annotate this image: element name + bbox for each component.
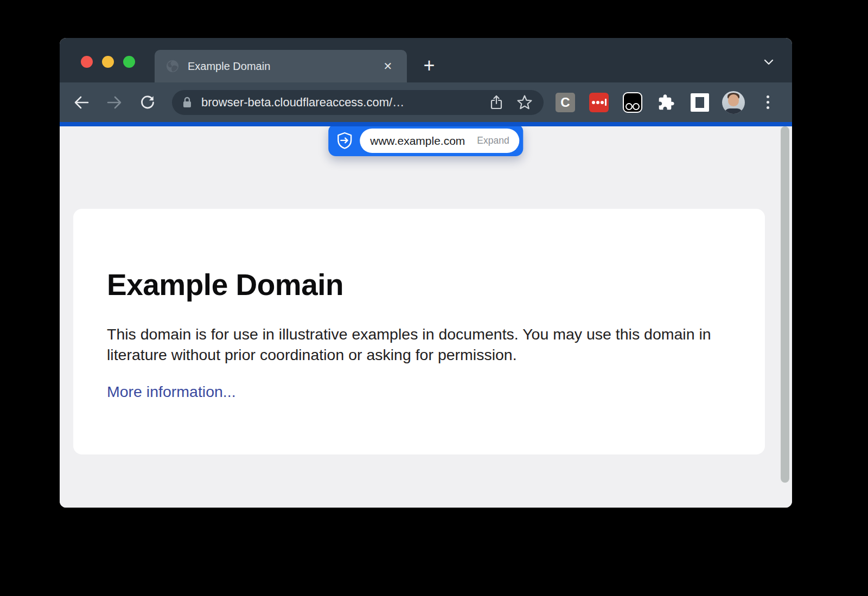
isolation-domain-pill[interactable]: www.example.com Expand xyxy=(328,126,523,156)
expand-button[interactable]: Expand xyxy=(477,135,509,146)
browser-menu-icon[interactable] xyxy=(758,93,777,112)
tab-search-chevron-icon[interactable] xyxy=(762,56,776,67)
goggles-extension-icon[interactable] xyxy=(623,93,642,112)
share-icon[interactable] xyxy=(487,93,506,112)
lock-icon xyxy=(182,96,193,109)
url-text[interactable]: browser-beta.cloudflareaccess.com/… xyxy=(201,95,487,110)
profile-avatar[interactable] xyxy=(722,91,745,114)
window-controls xyxy=(81,56,135,68)
tab-close-icon[interactable]: ✕ xyxy=(380,58,396,74)
browser-window: Example Domain ✕ + xyxy=(60,38,792,508)
isolation-accent-line xyxy=(60,122,792,126)
bookmark-star-icon[interactable] xyxy=(515,93,534,112)
globe-favicon-icon xyxy=(165,59,180,73)
toolbar: browser-beta.cloudflareaccess.com/… C xyxy=(60,82,792,122)
back-button[interactable] xyxy=(69,91,93,114)
reload-button[interactable] xyxy=(136,91,159,114)
new-tab-button[interactable]: + xyxy=(418,55,440,76)
page-body-text: This domain is for use in illustrative e… xyxy=(107,324,731,365)
active-tab[interactable]: Example Domain ✕ xyxy=(155,50,407,82)
page-viewport: www.example.com Expand Example Domain Th… xyxy=(60,126,792,508)
shield-arrow-icon xyxy=(336,132,353,150)
close-window-button[interactable] xyxy=(81,56,93,68)
minimize-window-button[interactable] xyxy=(102,56,114,68)
lastpass-extension-icon[interactable] xyxy=(589,93,609,112)
page-title: Example Domain xyxy=(107,267,732,302)
tab-title: Example Domain xyxy=(188,60,380,73)
address-bar[interactable]: browser-beta.cloudflareaccess.com/… xyxy=(172,90,544,115)
zoom-window-button[interactable] xyxy=(123,56,135,68)
frame-extension-icon[interactable] xyxy=(690,93,710,112)
tab-strip: Example Domain ✕ + xyxy=(60,38,792,82)
scrollbar-thumb[interactable] xyxy=(781,126,789,483)
extensions-puzzle-icon[interactable] xyxy=(656,93,676,112)
more-information-link[interactable]: More information... xyxy=(107,383,236,401)
isolation-domain-field[interactable]: www.example.com Expand xyxy=(360,129,519,153)
isolated-domain-text: www.example.com xyxy=(370,134,465,148)
c-extension-icon[interactable]: C xyxy=(556,93,575,112)
forward-button[interactable] xyxy=(103,91,126,114)
content-card: Example Domain This domain is for use in… xyxy=(73,209,765,454)
